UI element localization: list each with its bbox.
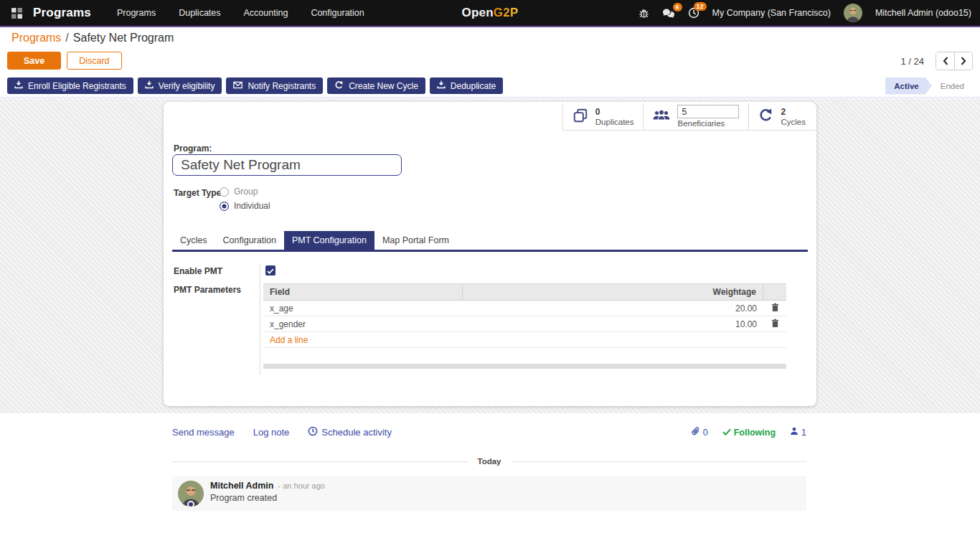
paperclip-icon — [691, 427, 700, 438]
menu-programs[interactable]: Programs — [117, 8, 156, 18]
tab-cycles[interactable]: Cycles — [172, 231, 215, 250]
company-switcher[interactable]: My Company (San Francisco) — [712, 8, 831, 18]
trash-icon — [771, 303, 779, 314]
person-icon — [790, 427, 798, 438]
copy-icon — [573, 108, 588, 126]
pager-next-button[interactable] — [954, 52, 972, 70]
action-status-bar: Enroll Eligible Registrants Verify eligi… — [0, 75, 980, 98]
program-name-input[interactable] — [172, 154, 402, 176]
form-buttons: Save Discard — [7, 52, 122, 70]
action-buttons: Enroll Eligible Registrants Verify eligi… — [7, 77, 503, 94]
followers-button[interactable]: 1 — [790, 427, 806, 438]
radio-group[interactable] — [220, 187, 229, 197]
delete-row-button[interactable] — [763, 303, 786, 314]
message-body: Program created — [210, 493, 325, 503]
beneficiaries-stat-button[interactable]: Beneficiaries — [643, 103, 748, 130]
save-button[interactable]: Save — [7, 52, 61, 70]
app-name[interactable]: Programs — [33, 6, 91, 20]
user-avatar[interactable] — [844, 4, 862, 22]
pager-buttons — [936, 52, 973, 70]
pager-count: 1 / 24 — [900, 56, 924, 67]
check-icon — [722, 428, 731, 438]
cycles-stat-button[interactable]: 2 Cycles — [748, 103, 815, 130]
notify-registrants-button[interactable]: Notify Registrants — [226, 77, 323, 94]
target-type-option-individual: Individual — [220, 201, 270, 211]
top-navbar: Programs Programs Duplicates Accounting … — [0, 0, 980, 27]
create-new-cycle-button[interactable]: Create New Cycle — [327, 77, 425, 94]
menu-configuration[interactable]: Configuration — [311, 8, 364, 18]
discard-button[interactable]: Discard — [67, 52, 121, 70]
duplicates-count: 0 — [595, 107, 634, 117]
horizontal-scrollbar[interactable] — [263, 364, 786, 369]
table-row[interactable]: x_gender 10.00 — [263, 316, 786, 332]
breadcrumb-parent-link[interactable]: Programs — [11, 32, 61, 44]
notebook-tabs: Cycles Configuration PMT Configuration M… — [172, 231, 808, 252]
delete-row-button[interactable] — [763, 319, 786, 330]
radio-individual-label[interactable]: Individual — [234, 201, 270, 211]
send-message-button[interactable]: Send message — [172, 427, 235, 438]
following-button[interactable]: Following — [722, 428, 776, 438]
radio-group-label[interactable]: Group — [234, 187, 258, 197]
table-header-row: Field Weightage — [263, 283, 786, 301]
weightage-cell[interactable]: 20.00 — [463, 303, 763, 314]
menu-duplicates[interactable]: Duplicates — [179, 8, 220, 18]
pmt-parameters-label: PMT Parameters — [174, 285, 241, 295]
clock-icon — [308, 426, 318, 438]
menu-accounting[interactable]: Accounting — [244, 8, 288, 18]
field-cell[interactable]: x_gender — [263, 319, 463, 329]
pager-previous-button[interactable] — [936, 52, 954, 70]
radio-individual[interactable] — [220, 202, 229, 211]
messages-badge: 6 — [673, 3, 682, 11]
date-divider-label: Today — [478, 457, 501, 466]
chatter-toolbar: Send message Log note Schedule activity … — [172, 413, 806, 438]
duplicates-label: Duplicates — [595, 117, 634, 127]
record-pager: 1 / 24 — [900, 52, 973, 70]
beneficiaries-count-input[interactable] — [677, 105, 739, 118]
form-view-background: 0 Duplicates Beneficiaries 2 Cycles — [0, 98, 980, 413]
download-icon — [14, 80, 23, 91]
followers-count: 1 — [801, 428, 806, 438]
status-ended[interactable]: Ended — [932, 77, 973, 95]
schedule-activity-button[interactable]: Schedule activity — [308, 426, 392, 438]
attachments-count: 0 — [703, 428, 708, 438]
column-header-field[interactable]: Field — [263, 284, 463, 300]
envelope-icon — [233, 81, 242, 91]
field-cell[interactable]: x_age — [263, 303, 463, 314]
pmt-parameters-table: Field Weightage x_age 20.00 x_gender 10.… — [263, 283, 786, 348]
table-row[interactable]: x_age 20.00 — [263, 301, 786, 316]
bug-icon[interactable] — [639, 8, 649, 19]
openg2p-logo: OpenG2P — [462, 6, 519, 20]
field-separator — [260, 264, 260, 375]
add-line-row: Add a line — [263, 332, 786, 348]
deduplicate-button[interactable]: Deduplicate — [430, 77, 503, 94]
user-menu[interactable]: Mitchell Admin (odoo15) — [875, 8, 971, 18]
column-header-weightage[interactable]: Weightage — [463, 284, 763, 300]
undo-icon — [758, 108, 773, 126]
duplicates-stat-button[interactable]: 0 Duplicates — [563, 103, 644, 130]
apps-grid-icon[interactable] — [9, 5, 24, 21]
target-type-label: Target Type: — [174, 188, 224, 198]
add-a-line-link[interactable]: Add a line — [263, 335, 463, 345]
beneficiaries-label: Beneficiaries — [677, 118, 739, 128]
attachments-button[interactable]: 0 — [691, 427, 708, 438]
tab-pmt-configuration[interactable]: PMT Configuration — [284, 231, 374, 250]
log-note-button[interactable]: Log note — [253, 427, 290, 438]
tab-configuration[interactable]: Configuration — [215, 231, 284, 250]
author-status-dot — [187, 501, 194, 508]
topbar-right: 6 12 My Company (San Francisco) Mitchell… — [639, 4, 971, 22]
download-icon — [145, 80, 154, 91]
message-author-avatar[interactable] — [178, 481, 204, 507]
users-icon — [653, 109, 670, 124]
messages-icon[interactable]: 6 — [662, 8, 675, 19]
message-content: Mitchell Admin - an hour ago Program cre… — [210, 481, 325, 507]
tab-map-portal-form[interactable]: Map Portal Form — [374, 231, 457, 250]
verify-eligibility-button[interactable]: Verify eligibility — [138, 77, 222, 94]
enroll-eligible-registrants-button[interactable]: Enroll Eligible Registrants — [7, 77, 133, 94]
activities-clock-icon[interactable]: 12 — [688, 7, 699, 19]
weightage-cell[interactable]: 10.00 — [463, 319, 763, 329]
message-timestamp: - an hour ago — [278, 481, 324, 490]
enable-pmt-checkbox[interactable] — [265, 265, 275, 276]
message-author[interactable]: Mitchell Admin — [210, 481, 273, 491]
status-bar: Active Ended — [885, 77, 973, 95]
status-active[interactable]: Active — [885, 77, 932, 95]
